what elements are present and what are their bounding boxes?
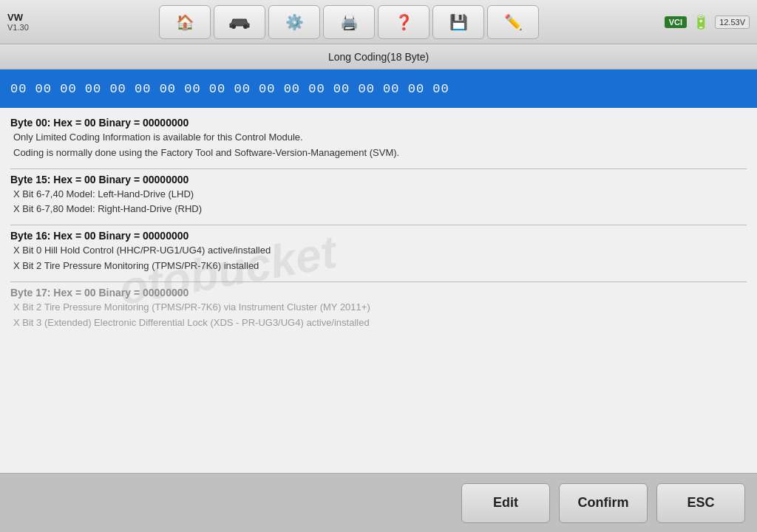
help-button[interactable]: ❓ [378, 5, 430, 39]
byte-header-byte16: Byte 16: Hex = 00 Binary = 00000000 [10, 230, 747, 242]
car-icon [228, 13, 251, 31]
battery-value: 12.53V [715, 16, 750, 29]
svg-point-0 [231, 24, 236, 29]
top-bar: VW V1.30 🏠 ⚙️ 🖨️ ❓ 💾 ✏️ VCI 🔋 12.53V [0, 0, 757, 44]
byte-section-byte15: Byte 15: Hex = 00 Binary = 00000000X Bit… [10, 174, 747, 218]
hex-value: 00 00 00 00 00 00 00 00 00 00 00 00 00 0… [10, 82, 449, 96]
byte-section-byte17: Byte 17: Hex = 00 Binary = 00000000X Bit… [10, 287, 747, 331]
byte-line-byte15-0: X Bit 6-7,40 Model: Left-Hand-Drive (LHD… [13, 187, 747, 202]
section-divider-2 [10, 282, 747, 282]
hex-bar: 00 00 00 00 00 00 00 00 00 00 00 00 00 0… [0, 69, 757, 108]
byte-line-byte16-1: X Bit 2 Tire Pressure Monitoring (TPMS/P… [13, 259, 747, 274]
byte-header-byte15: Byte 15: Hex = 00 Binary = 00000000 [10, 174, 747, 185]
battery-icon: 🔋 [693, 14, 709, 30]
settings-button[interactable]: ⚙️ [268, 5, 320, 39]
status-bar: VCI 🔋 12.53V [631, 14, 750, 30]
svg-point-1 [243, 24, 248, 29]
byte-line-byte15-1: X Bit 6-7,80 Model: Right-Hand-Drive (RH… [13, 202, 747, 217]
nav-buttons: 🏠 ⚙️ 🖨️ ❓ 💾 ✏️ [67, 5, 631, 39]
app-version: V1.30 [7, 23, 52, 32]
save-button[interactable]: 💾 [432, 5, 484, 39]
byte-line-byte00-1: Coding is normally done using the Factor… [13, 146, 747, 161]
section-divider-1 [10, 225, 747, 225]
main-content: Byte 00: Hex = 00 Binary = 00000000 Only… [0, 108, 757, 473]
app-name: VW [7, 12, 52, 23]
title-bar: Long Coding(18 Byte) [0, 44, 757, 69]
byte-line-byte00-0: Only Limited Coding Information is avail… [13, 130, 747, 146]
byte-header-byte00: Byte 00: Hex = 00 Binary = 00000000 [10, 117, 747, 129]
title-text: Long Coding(18 Byte) [328, 51, 429, 63]
section-divider-0 [10, 168, 747, 169]
home-button[interactable]: 🏠 [159, 5, 211, 39]
byte-line-byte17-0: X Bit 2 Tire Pressure Monitoring (TPMS/P… [13, 300, 747, 316]
byte-section-byte16: Byte 16: Hex = 00 Binary = 00000000X Bit… [10, 230, 747, 274]
edit-button[interactable]: Edit [461, 483, 550, 523]
print-button[interactable]: 🖨️ [323, 5, 375, 39]
car-button[interactable] [214, 5, 265, 39]
esc-button[interactable]: ESC [656, 483, 745, 523]
vci-badge: VCI [665, 16, 687, 28]
bottom-area: Edit Confirm ESC [0, 473, 757, 532]
byte-line-byte16-0: X Bit 0 Hill Hold Control (HHC/PR-UG1/UG… [13, 243, 747, 259]
byte-section-byte00: Byte 00: Hex = 00 Binary = 00000000 Only… [10, 117, 747, 161]
pen-button[interactable]: ✏️ [487, 5, 539, 39]
byte-header-byte17: Byte 17: Hex = 00 Binary = 00000000 [10, 287, 747, 299]
confirm-button[interactable]: Confirm [559, 483, 648, 523]
byte-line-byte17-1: X Bit 3 (Extended) Electronic Differenti… [13, 316, 747, 331]
